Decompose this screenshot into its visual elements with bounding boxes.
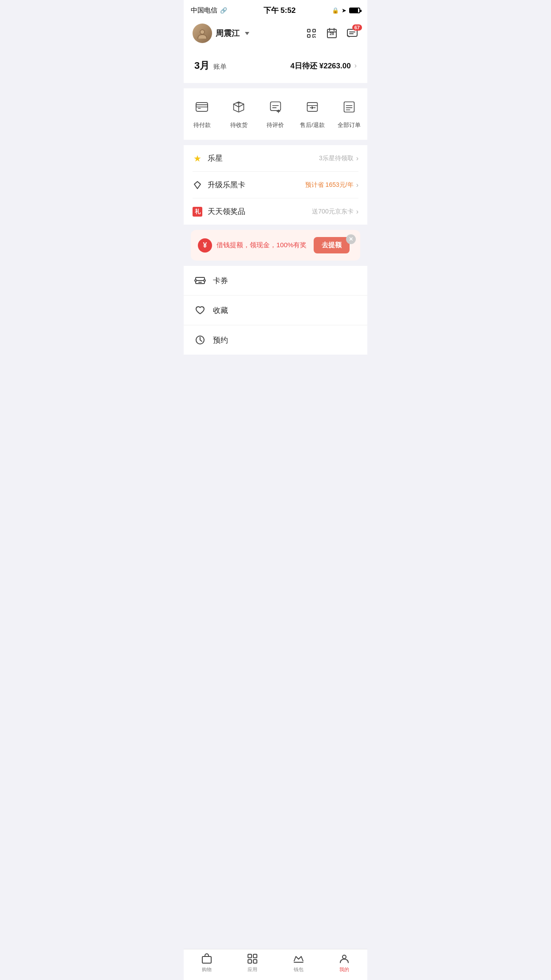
wifi-icon: 🔗	[220, 7, 227, 14]
gift-icon: 礼	[193, 207, 202, 217]
calendar-button[interactable]: 28	[326, 27, 338, 40]
reward-left-prize: 礼 天天领奖品	[193, 206, 245, 217]
promo-close-button[interactable]: ✕	[346, 234, 356, 244]
reward-name-lexing: 乐星	[208, 153, 223, 163]
heart-icon	[194, 304, 206, 316]
rewards-section: ★ 乐星 3乐星待领取 › 升级乐黑卡 预计省 1653元/年 › 礼	[184, 145, 367, 225]
order-label-4: 全部订单	[338, 121, 361, 129]
lexing-desc: 3乐星待领取	[319, 154, 354, 162]
pending-review-icon	[266, 97, 285, 117]
svg-rect-29	[344, 102, 354, 112]
order-label-2: 待评价	[267, 121, 284, 129]
status-bar: 中国电信 🔗 下午 5:52 🔒 ➤	[184, 0, 367, 19]
order-label-1: 待收货	[230, 121, 248, 129]
bill-section[interactable]: 3月 账单 4日待还 ¥2263.00 ›	[184, 50, 367, 83]
status-time: 下午 5:52	[264, 5, 296, 16]
reward-name-vip: 升级乐黑卡	[208, 180, 245, 190]
reward-right-lexing: 3乐星待领取 ›	[319, 154, 358, 162]
menu-item-favorite[interactable]: 收藏	[184, 296, 367, 325]
all-orders-icon	[339, 97, 359, 117]
svg-rect-1	[307, 29, 310, 32]
username: 周震江	[216, 28, 240, 39]
order-item-all[interactable]: 全部订单	[331, 97, 367, 129]
menu-list: 卡券 收藏 预约	[184, 266, 367, 355]
gps-icon: ➤	[342, 7, 346, 14]
reward-left-lexing: ★ 乐星	[193, 153, 223, 163]
pending-pay-icon	[192, 97, 212, 117]
promo-yuan-icon: ¥	[198, 238, 212, 253]
prize-chevron: ›	[356, 208, 358, 216]
avatar[interactable]	[193, 24, 212, 43]
reward-item-vip[interactable]: 升级乐黑卡 预计省 1653元/年 ›	[193, 172, 358, 198]
promo-button[interactable]: 去提额	[314, 237, 350, 253]
lexing-chevron: ›	[356, 154, 358, 162]
order-item-pending-review[interactable]: 待评价	[257, 97, 294, 129]
order-item-pending-pay[interactable]: 待付款	[184, 97, 220, 129]
vip-desc: 预计省 1653元/年	[305, 181, 354, 189]
vip-chevron: ›	[356, 181, 358, 189]
promo-left: ¥ 借钱提额，领现金，100%有奖	[198, 238, 307, 253]
svg-rect-21	[271, 102, 281, 111]
promo-text: 借钱提额，领现金，100%有奖	[216, 241, 307, 249]
reward-name-prize: 天天领奖品	[208, 206, 245, 217]
status-right: 🔒 ➤	[332, 7, 360, 14]
bill-due-text: 4日待还 ¥2263.00	[291, 61, 351, 71]
promo-banner: ✕ ¥ 借钱提额，领现金，100%有奖 去提额	[191, 230, 360, 261]
reward-right-vip: 预计省 1653元/年 ›	[305, 181, 358, 189]
svg-rect-2	[313, 29, 315, 32]
reward-left-vip: 升级乐黑卡	[193, 180, 245, 190]
refund-icon	[303, 97, 322, 117]
location-icon: 🔒	[332, 7, 339, 14]
carrier-text: 中国电信	[191, 6, 217, 15]
menu-item-appointment[interactable]: 预约	[184, 325, 367, 355]
coupon-icon	[194, 275, 206, 286]
star-icon: ★	[193, 154, 202, 163]
bill-title: 3月 账单	[194, 59, 227, 72]
order-item-refund[interactable]: 售后/退款	[294, 97, 331, 129]
dropdown-arrow-icon[interactable]	[245, 32, 249, 35]
diamond-icon	[193, 180, 202, 190]
reward-item-prize[interactable]: 礼 天天领奖品 送700元京东卡 ›	[193, 198, 358, 225]
menu-label-coupon: 卡券	[213, 276, 228, 286]
battery-icon	[349, 8, 360, 13]
svg-rect-18	[196, 105, 208, 107]
svg-point-37	[204, 280, 205, 281]
svg-point-0	[200, 30, 205, 34]
message-button[interactable]: 67	[346, 27, 358, 40]
prize-desc: 送700元京东卡	[312, 208, 353, 216]
svg-line-8	[315, 36, 315, 37]
pending-receive-icon	[229, 97, 248, 117]
svg-marker-33	[194, 182, 201, 189]
bill-right[interactable]: 4日待还 ¥2263.00 ›	[291, 61, 357, 71]
reward-right-prize: 送700元京东卡 ›	[312, 208, 358, 216]
order-label-0: 待付款	[193, 121, 211, 129]
message-badge: 67	[352, 24, 362, 31]
scan-button[interactable]	[305, 27, 318, 40]
status-left: 中国电信 🔗	[191, 6, 227, 15]
order-label-3: 售后/退款	[300, 121, 325, 129]
menu-label-appointment: 预约	[213, 335, 228, 345]
order-section: 待付款 待收货	[184, 88, 367, 140]
header: 周震江 28	[184, 19, 367, 50]
reward-item-lexing[interactable]: ★ 乐星 3乐星待领取 ›	[193, 145, 358, 172]
menu-label-favorite: 收藏	[213, 305, 228, 316]
svg-rect-3	[307, 35, 310, 37]
header-right: 28 67	[305, 27, 358, 40]
header-left[interactable]: 周震江	[193, 24, 249, 43]
svg-point-36	[195, 280, 197, 281]
menu-item-coupon[interactable]: 卡券	[184, 266, 367, 296]
order-item-pending-receive[interactable]: 待收货	[220, 97, 257, 129]
clock-icon	[194, 334, 206, 346]
bill-chevron-icon: ›	[354, 62, 357, 70]
calendar-number: 28	[330, 32, 334, 36]
order-icons: 待付款 待收货	[184, 97, 367, 129]
